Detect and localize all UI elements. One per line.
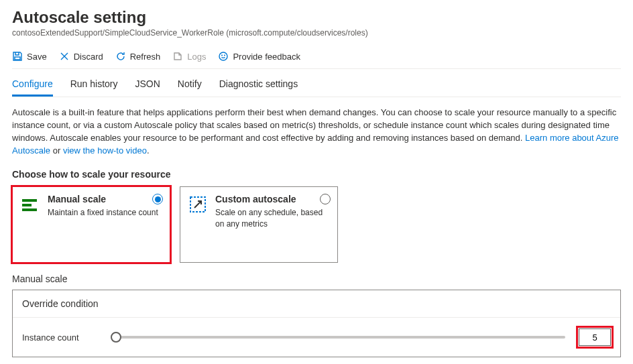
custom-autoscale-icon [188, 194, 209, 229]
page-title: Autoscale setting [12, 8, 621, 27]
instance-count-label: Instance count [22, 332, 103, 343]
svg-rect-5 [22, 204, 32, 206]
refresh-icon [115, 51, 126, 62]
description-text: Autoscale is a built-in feature that hel… [12, 107, 621, 157]
description-or: or [53, 145, 63, 156]
feedback-button[interactable]: Provide feedback [218, 51, 300, 62]
logs-icon [172, 51, 183, 62]
choose-heading: Choose how to scale your resource [12, 169, 621, 180]
svg-point-2 [222, 55, 223, 56]
card-custom-autoscale[interactable]: Custom autoscale Scale on any schedule, … [180, 186, 338, 263]
instance-count-slider[interactable] [116, 330, 565, 344]
smiley-icon [218, 51, 229, 62]
close-icon [59, 51, 70, 62]
discard-button[interactable]: Discard [59, 51, 103, 62]
description-period: . [147, 145, 150, 156]
slider-track [116, 336, 565, 339]
scale-mode-cards: Manual scale Maintain a fixed instance c… [12, 186, 621, 263]
card-custom-sub: Scale on any schedule, based on any metr… [215, 207, 329, 229]
svg-point-3 [225, 55, 225, 56]
tab-configure[interactable]: Configure [12, 72, 53, 97]
howto-video-link[interactable]: view the how-to video [63, 145, 147, 156]
instance-count-row: Instance count [13, 318, 620, 357]
tab-json[interactable]: JSON [135, 72, 160, 97]
save-icon [12, 51, 23, 62]
refresh-button[interactable]: Refresh [115, 51, 161, 62]
manual-scale-section-label: Manual scale [12, 274, 621, 284]
card-manual-sub: Maintain a fixed instance count [48, 207, 158, 218]
svg-point-1 [219, 52, 227, 60]
card-manual-scale[interactable]: Manual scale Maintain a fixed instance c… [12, 186, 170, 263]
tab-run-history[interactable]: Run history [70, 72, 118, 97]
discard-label: Discard [74, 52, 103, 62]
tab-notify[interactable]: Notify [178, 72, 202, 97]
svg-rect-4 [22, 199, 37, 202]
svg-rect-0 [15, 57, 20, 60]
svg-rect-6 [22, 208, 37, 211]
manual-scale-icon [21, 194, 41, 218]
tab-diagnostic[interactable]: Diagnostic settings [219, 72, 298, 97]
logs-label: Logs [187, 52, 206, 62]
toolbar: Save Discard Refresh Logs Provide feedba… [12, 47, 621, 69]
card-manual-title: Manual scale [48, 194, 158, 204]
override-condition-panel: Override condition Instance count [12, 290, 621, 357]
refresh-label: Refresh [130, 52, 161, 62]
override-condition-header: Override condition [13, 290, 620, 318]
feedback-label: Provide feedback [233, 52, 300, 62]
tabs: Configure Run history JSON Notify Diagno… [12, 72, 621, 97]
logs-button: Logs [172, 51, 206, 62]
save-button[interactable]: Save [12, 51, 47, 62]
slider-thumb[interactable] [111, 332, 121, 343]
instance-count-input[interactable] [579, 328, 611, 346]
breadcrumb: contosoExtendedSupport/SimpleCloudServic… [12, 28, 621, 38]
card-custom-title: Custom autoscale [215, 194, 329, 204]
save-label: Save [27, 52, 47, 62]
